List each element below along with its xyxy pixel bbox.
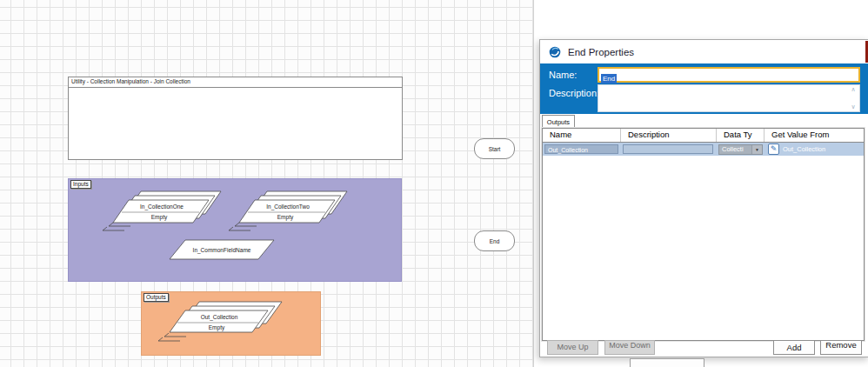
start-stage[interactable]: Start [474,138,515,159]
move-down-button[interactable]: Move Down [604,340,655,355]
row-description-cell [621,144,717,154]
collection-stage-out-collection[interactable]: Out_Collection Empty [158,302,282,341]
data-type-value: Collecti [719,145,751,154]
data-type-dropdown[interactable]: Collecti ▼ [718,144,763,155]
remove-button[interactable]: Remove [820,340,862,355]
dialog-header-banner: Name: End Description: ∧ ∨ [540,63,868,114]
row-name-input[interactable]: Out_Collection [544,144,618,154]
dialog-title: End Properties [568,47,634,57]
row-get-value-cell: ✎ Out_Collection [765,143,864,155]
end-stage-label: End [490,238,500,244]
collection-stage-in-collectionone[interactable]: In_CollectionOne Empty [103,191,221,230]
collection-empty-label: Empty [277,214,294,221]
end-stage[interactable]: End [474,230,515,251]
chevron-down-icon[interactable]: ▼ [751,145,762,154]
column-header-data-type: Data Ty [717,129,765,142]
collection-name-label: Out_Collection [201,314,238,321]
description-label: Description: [549,88,599,98]
canvas-shapes-layer: In_CollectionOne Empty In_CollectionTwo … [0,0,533,367]
scroll-down-icon[interactable]: ∨ [851,103,855,110]
column-header-get-value-from: Get Value From [765,129,864,142]
move-up-button[interactable]: Move Up [547,340,598,355]
name-input-selected-text: End [601,74,617,83]
data-item-in-commonfieldname[interactable]: In_CommonFieldName [170,240,274,259]
tab-strip: Outputs [540,115,868,128]
end-properties-dialog: End Properties Name: End Description: ∧ … [539,39,868,357]
description-input[interactable]: ∧ ∨ [598,84,860,112]
collection-empty-label: Empty [151,214,168,221]
collection-stage-in-collectiontwo[interactable]: In_CollectionTwo Empty [229,191,347,230]
row-name-cell: Out_Collection [543,144,621,154]
start-stage-label: Start [489,146,501,152]
table-row[interactable]: Out_Collection Collecti ▼ ✎ Out_Collecti… [543,143,864,156]
blueprism-app-icon [549,46,561,58]
row-data-type-cell: Collecti ▼ [717,144,765,155]
edit-pen-icon: ✎ [768,143,779,155]
column-header-name: Name [543,129,621,142]
application-window: Utility - Collection Manipulation - Join… [0,0,868,367]
partially-visible-button[interactable] [630,358,704,367]
row-description-input[interactable] [623,144,713,154]
collection-name-label: In_CollectionTwo [266,204,310,210]
collection-empty-label: Empty [209,324,225,331]
data-item-name-label: In_CommonFieldName [193,247,251,254]
outputs-table-header: Name Description Data Ty Get Value From [543,129,864,143]
description-scrollbar[interactable]: ∧ ∨ [848,86,858,110]
get-value-from-value: Out_Collection [783,145,825,153]
outputs-table: Name Description Data Ty Get Value From … [542,128,865,341]
add-button[interactable]: Add [773,340,815,355]
column-header-description: Description [621,129,717,142]
tab-outputs-label: Outputs [547,118,570,126]
name-input[interactable]: End [598,67,860,83]
name-label: Name: [549,70,577,80]
scroll-up-icon[interactable]: ∧ [851,86,855,93]
tab-outputs[interactable]: Outputs [542,115,575,129]
collection-name-label: In_CollectionOne [140,204,184,210]
dialog-titlebar[interactable]: End Properties [540,40,868,63]
